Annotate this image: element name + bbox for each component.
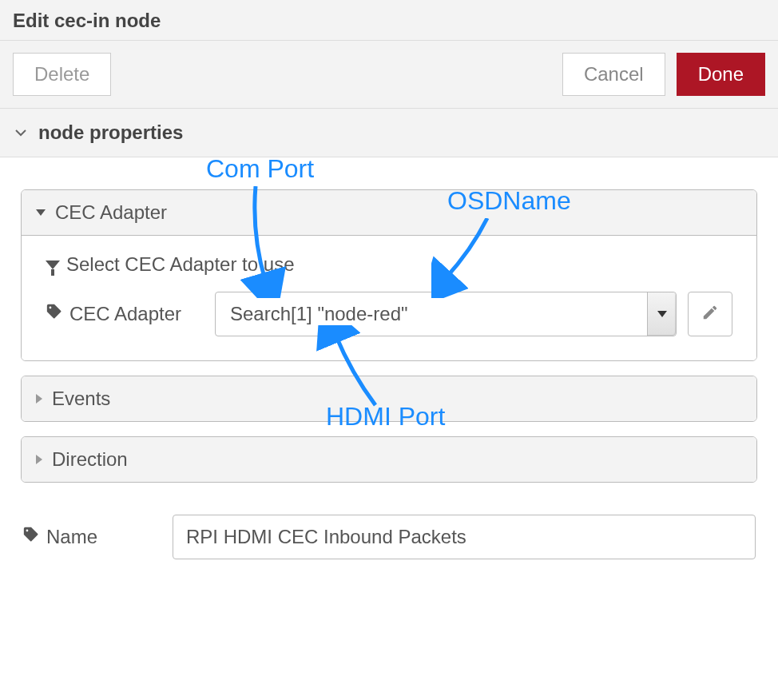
header-bar: Edit cec-in node — [0, 0, 778, 41]
name-input[interactable] — [173, 515, 756, 559]
filter-icon — [46, 261, 60, 269]
caret-right-icon — [36, 394, 42, 404]
direction-panel-title: Direction — [52, 448, 128, 471]
form-area: CEC Adapter Select CEC Adapter to use CE… — [0, 157, 778, 575]
events-panel-header[interactable]: Events — [22, 376, 756, 421]
name-field-row: Name — [21, 515, 757, 559]
cec-adapter-panel-title: CEC Adapter — [55, 201, 167, 224]
action-bar: Delete Cancel Done — [0, 41, 778, 109]
direction-panel-header[interactable]: Direction — [22, 437, 756, 482]
select-wrap: Search[1] "node-red" — [215, 292, 732, 336]
cec-adapter-select-value: Search[1] "node-red" — [230, 303, 408, 325]
tag-icon — [46, 303, 63, 325]
annotation-com-port: Com Port — [206, 154, 314, 184]
chevron-down-icon — [14, 127, 27, 138]
cancel-button[interactable]: Cancel — [562, 53, 665, 96]
caret-right-icon — [36, 455, 42, 464]
events-panel-title: Events — [52, 388, 110, 410]
help-text: Select CEC Adapter to use — [66, 253, 295, 276]
section-title: node properties — [38, 121, 183, 144]
delete-button[interactable]: Delete — [13, 53, 111, 96]
pencil-icon — [701, 304, 719, 324]
cec-adapter-label-text: CEC Adapter — [69, 303, 181, 325]
name-label-text: Name — [46, 526, 97, 548]
cec-adapter-panel: CEC Adapter Select CEC Adapter to use CE… — [21, 189, 757, 361]
tag-icon — [22, 526, 40, 548]
cec-adapter-select[interactable]: Search[1] "node-red" — [215, 292, 677, 336]
dropdown-arrow-button — [647, 292, 676, 336]
name-field-label: Name — [22, 526, 161, 548]
caret-down-icon — [657, 311, 667, 317]
help-label: Select CEC Adapter to use — [46, 253, 295, 276]
events-panel: Events — [21, 376, 757, 422]
cec-adapter-field-label: CEC Adapter — [46, 303, 205, 325]
action-right-group: Cancel Done — [562, 53, 765, 96]
edit-adapter-button[interactable] — [688, 292, 732, 336]
done-button[interactable]: Done — [677, 53, 765, 96]
cec-adapter-panel-body: Select CEC Adapter to use CEC Adapter Se… — [22, 236, 756, 360]
page-title: Edit cec-in node — [13, 10, 765, 32]
help-text-row: Select CEC Adapter to use — [46, 253, 732, 276]
direction-panel: Direction — [21, 436, 757, 483]
caret-down-icon — [36, 209, 46, 216]
section-header[interactable]: node properties — [0, 109, 778, 157]
cec-adapter-field-row: CEC Adapter Search[1] "node-red" — [46, 292, 732, 336]
cec-adapter-panel-header[interactable]: CEC Adapter — [22, 190, 756, 236]
